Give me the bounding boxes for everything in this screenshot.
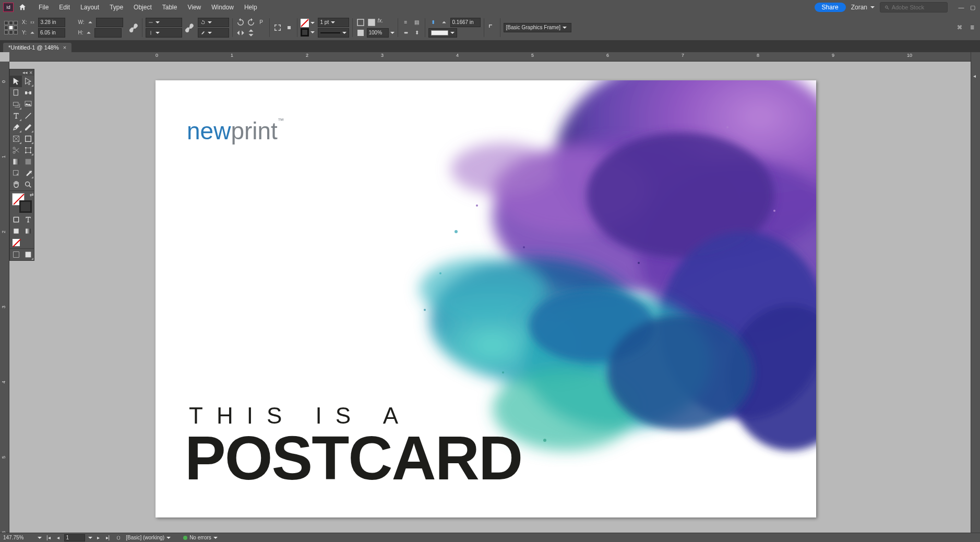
menu-layout[interactable]: Layout: [75, 0, 104, 15]
panel-menu-icon[interactable]: ≣: [967, 23, 977, 32]
stroke-swatch-icon[interactable]: [301, 28, 309, 37]
zoom-tool[interactable]: [22, 179, 34, 190]
stepper-icon[interactable]: [86, 18, 95, 27]
flip-vertical-icon[interactable]: [246, 28, 256, 38]
chevron-down-icon[interactable]: [310, 31, 315, 33]
gradient-swatch-tool[interactable]: [10, 156, 22, 167]
page-number-input[interactable]: [64, 534, 85, 541]
chevron-down-icon[interactable]: [310, 22, 315, 24]
window-minimize-icon[interactable]: —: [957, 4, 965, 10]
view-mode-normal-icon[interactable]: [10, 249, 22, 260]
apply-color-icon[interactable]: [10, 225, 22, 237]
apply-text-icon[interactable]: [22, 214, 34, 225]
align-horizontal-icon[interactable]: ⬌: [401, 28, 411, 38]
menu-type[interactable]: Type: [104, 0, 128, 15]
stroke-color-swatch[interactable]: [19, 200, 32, 213]
adobe-stock-search[interactable]: [880, 2, 948, 13]
chevron-down-icon[interactable]: [88, 537, 92, 539]
close-tab-icon[interactable]: ×: [63, 44, 66, 51]
scissors-tool[interactable]: [10, 144, 22, 156]
stepper-icon[interactable]: [28, 28, 37, 38]
user-dropdown[interactable]: Zoran: [851, 4, 875, 11]
corner-options-icon[interactable]: [487, 23, 497, 32]
auto-fit-icon[interactable]: [356, 18, 365, 27]
width-input[interactable]: [96, 18, 123, 27]
opacity-input[interactable]: [367, 28, 389, 38]
next-page-icon[interactable]: ▸: [95, 535, 101, 540]
fx-icon[interactable]: fx.: [378, 18, 384, 27]
last-page-icon[interactable]: ▸|: [104, 535, 112, 540]
fill-frame-icon[interactable]: [367, 18, 376, 27]
collapse-panel-icon[interactable]: ◂◂: [22, 70, 28, 75]
note-tool[interactable]: [10, 167, 22, 179]
share-button[interactable]: Share: [815, 3, 846, 12]
preflight-preset-dropdown[interactable]: [Basic] (working): [126, 535, 171, 540]
rotate-ccw-icon[interactable]: [236, 18, 245, 27]
text-wrap-around-icon[interactable]: ▤: [412, 18, 422, 27]
frame-height-input[interactable]: [450, 18, 481, 27]
link-constrain-icon[interactable]: [129, 23, 139, 32]
rotate-cw-icon[interactable]: [246, 18, 256, 27]
flip-horizontal-icon[interactable]: [236, 28, 245, 38]
rotate-dropdown[interactable]: [198, 18, 229, 27]
opacity-icon[interactable]: [356, 28, 365, 38]
eyedropper-tool[interactable]: [22, 167, 34, 179]
align-vertical-icon[interactable]: ⬍: [412, 28, 422, 38]
fill-stroke-swatch[interactable]: ⇄: [10, 191, 35, 212]
scale-x-dropdown[interactable]: [146, 18, 182, 27]
horizontal-ruler[interactable]: 0 1 2 3 4 5 6 7 8 9 10: [9, 52, 971, 62]
chevron-down-icon[interactable]: [390, 32, 395, 34]
object-style-dropdown[interactable]: [Basic Graphics Frame]: [504, 23, 571, 32]
first-page-icon[interactable]: |◂: [45, 535, 52, 540]
y-position-input[interactable]: [38, 28, 65, 38]
home-icon[interactable]: [17, 2, 28, 13]
open-spread-icon[interactable]: ⟮⟯: [114, 535, 123, 540]
menu-view[interactable]: View: [182, 0, 206, 15]
prev-page-icon[interactable]: ◂: [55, 535, 61, 540]
line-tool[interactable]: [22, 110, 34, 122]
menu-file[interactable]: File: [33, 0, 54, 15]
menu-table[interactable]: Table: [157, 0, 183, 15]
scale-y-dropdown[interactable]: [146, 28, 182, 38]
gradient-feather-tool[interactable]: [22, 156, 34, 167]
document-page[interactable]: newprint™ THIS IS A POSTCARD: [156, 80, 816, 517]
menu-edit[interactable]: Edit: [54, 0, 75, 15]
x-position-input[interactable]: [38, 18, 65, 27]
rectangle-frame-tool[interactable]: [10, 133, 22, 144]
page-tool[interactable]: [10, 87, 22, 99]
menu-help[interactable]: Help: [239, 0, 262, 15]
preflight-status[interactable]: No errors: [183, 535, 218, 540]
height-input[interactable]: [94, 28, 122, 38]
quick-apply-icon[interactable]: ⌘: [955, 23, 964, 32]
stroke-weight-dropdown[interactable]: 1 pt: [318, 18, 349, 27]
fill-swatch-icon[interactable]: [301, 19, 309, 27]
selection-tool[interactable]: [10, 76, 22, 87]
rectangle-tool[interactable]: [22, 133, 34, 144]
type-tool[interactable]: [10, 110, 22, 122]
menu-window[interactable]: Window: [206, 0, 239, 15]
pen-tool[interactable]: [10, 122, 22, 133]
menu-object[interactable]: Object: [128, 0, 157, 15]
shear-dropdown[interactable]: [198, 28, 229, 38]
hand-tool[interactable]: [10, 179, 22, 190]
content-collector-tool[interactable]: [10, 99, 22, 110]
color-dropdown[interactable]: [428, 28, 457, 38]
select-container-icon[interactable]: [273, 23, 282, 32]
stepper-icon[interactable]: [84, 28, 93, 38]
pencil-tool[interactable]: [22, 122, 34, 133]
canvas-area[interactable]: newprint™ THIS IS A POSTCARD: [9, 62, 971, 533]
view-mode-preview-icon[interactable]: [22, 249, 34, 260]
stroke-type-dropdown[interactable]: [318, 28, 349, 38]
direct-selection-tool[interactable]: [22, 76, 34, 87]
free-transform-tool[interactable]: [22, 144, 34, 156]
default-fill-stroke-icon[interactable]: [22, 237, 34, 248]
apply-none-icon[interactable]: [10, 237, 22, 248]
window-restore-icon[interactable]: ▢: [969, 4, 977, 10]
stepper-icon[interactable]: [28, 18, 37, 27]
vertical-ruler[interactable]: 0 1 2 3 4 5 6: [0, 62, 9, 533]
swap-fill-stroke-icon[interactable]: ⇄: [30, 192, 34, 197]
clear-transform-icon[interactable]: P: [257, 18, 266, 27]
select-content-icon[interactable]: [284, 23, 294, 32]
frame-constrain-icon[interactable]: ⬍: [428, 18, 438, 27]
zoom-level-input[interactable]: [3, 535, 34, 540]
